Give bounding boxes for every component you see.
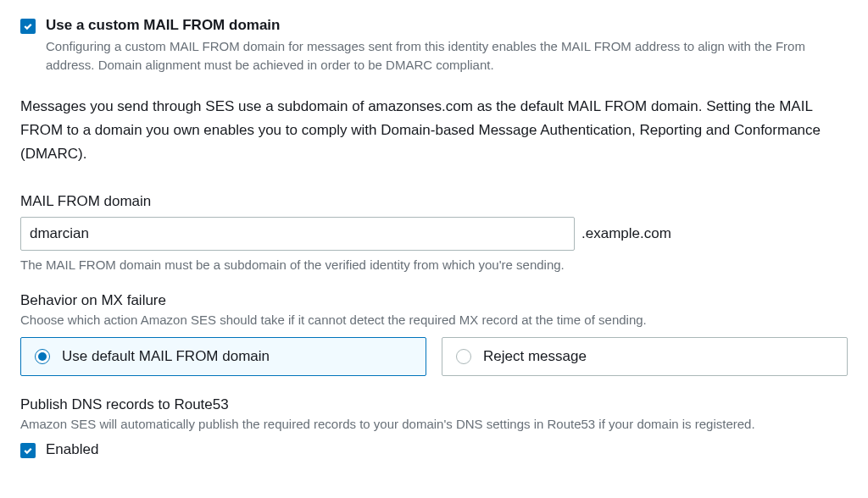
mx-behavior-desc: Choose which action Amazon SES should ta… xyxy=(20,313,848,327)
radio-icon xyxy=(456,349,471,364)
mail-from-domain-hint: The MAIL FROM domain must be a subdomain… xyxy=(20,257,848,272)
custom-mail-from-checkbox[interactable] xyxy=(20,19,36,34)
check-icon xyxy=(23,445,33,456)
mail-from-domain-label: MAIL FROM domain xyxy=(20,193,848,210)
route53-checkbox-row: Enabled xyxy=(20,441,848,458)
route53-label: Publish DNS records to Route53 xyxy=(20,396,848,413)
radio-icon xyxy=(35,349,50,364)
mx-option-reject-label: Reject message xyxy=(483,348,587,365)
route53-enabled-label: Enabled xyxy=(46,441,98,458)
mx-behavior-group: Behavior on MX failure Choose which acti… xyxy=(20,292,848,376)
route53-desc: Amazon SES will automatically publish th… xyxy=(20,417,848,431)
custom-mail-from-label: Use a custom MAIL FROM domain xyxy=(46,17,848,34)
custom-mail-from-content: Use a custom MAIL FROM domain Configurin… xyxy=(46,17,848,75)
check-icon xyxy=(23,21,33,31)
mail-from-domain-row: .example.com xyxy=(20,217,848,251)
mail-from-domain-group: MAIL FROM domain .example.com The MAIL F… xyxy=(20,193,848,272)
mail-from-domain-suffix: .example.com xyxy=(581,225,671,242)
mx-option-reject[interactable]: Reject message xyxy=(442,337,848,376)
route53-group: Publish DNS records to Route53 Amazon SE… xyxy=(20,396,848,458)
custom-mail-from-row: Use a custom MAIL FROM domain Configurin… xyxy=(20,17,848,75)
mx-option-default-label: Use default MAIL FROM domain xyxy=(62,348,270,365)
mx-behavior-label: Behavior on MX failure xyxy=(20,292,848,309)
mx-option-default[interactable]: Use default MAIL FROM domain xyxy=(20,337,426,376)
route53-enabled-checkbox[interactable] xyxy=(20,443,36,458)
explain-text: Messages you send through SES use a subd… xyxy=(20,95,848,166)
mx-behavior-options: Use default MAIL FROM domain Reject mess… xyxy=(20,337,848,376)
custom-mail-from-desc: Configuring a custom MAIL FROM domain fo… xyxy=(46,37,848,75)
mail-from-domain-input[interactable] xyxy=(20,217,575,251)
